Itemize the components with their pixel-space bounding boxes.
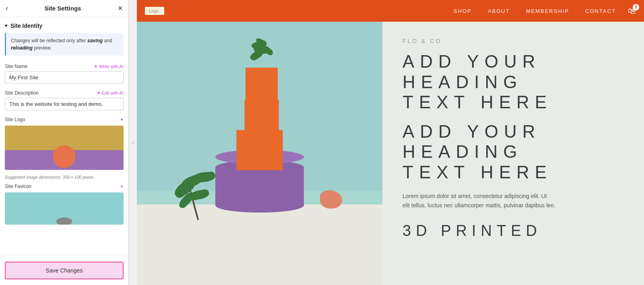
arrow-down-icon: ▾	[5, 23, 7, 29]
site-description-group: Site Description ✦ Edit with AI	[0, 88, 128, 114]
site-logo-label: Site Logo	[5, 117, 25, 122]
info-saving: saving	[87, 38, 103, 43]
nav-logo: Logo.	[145, 7, 164, 15]
sparkle-icon-4: ✦	[120, 184, 124, 189]
info-text-1: Changes will be reflected only after	[11, 38, 87, 43]
scene-branch	[169, 172, 250, 221]
scene-box-middle	[245, 100, 279, 132]
favicon-image	[5, 192, 124, 225]
edit-with-ai-button[interactable]: ✦ Edit with AI	[97, 90, 124, 96]
site-name-input[interactable]	[5, 71, 124, 84]
back-button[interactable]: ‹	[6, 4, 8, 12]
write-ai-label: Write with AI	[99, 64, 124, 69]
site-favicon-label: Site Favicon	[5, 184, 31, 189]
logo-preview[interactable]	[5, 126, 124, 170]
save-changes-button[interactable]: Save Changes	[5, 262, 124, 279]
scene-box-top	[246, 68, 278, 102]
nav-contact[interactable]: CONTACT	[585, 8, 616, 14]
sparkle-icon-3: ✦	[120, 117, 124, 122]
favicon-preview[interactable]	[5, 192, 124, 225]
logo-image	[5, 126, 124, 170]
site-favicon-section: Site Favicon ✦	[0, 180, 128, 227]
scene-plant	[248, 39, 276, 72]
heading2-line2: HEADING	[402, 142, 522, 161]
settings-panel: ‹ Site Settings ✕ ▾ Site Identity Change…	[0, 0, 129, 285]
panel-title: Site Settings	[45, 5, 81, 12]
sparkle-icon-2: ✦	[97, 90, 101, 96]
nav-links: SHOP ABOUT MEMBERSHIP CONTACT	[454, 8, 616, 14]
cart-badge: 0	[633, 4, 639, 10]
plant-leaves	[248, 39, 276, 72]
sparkle-icon: ✦	[94, 64, 98, 69]
scene-pebble	[320, 190, 342, 209]
logo-hint-text: Suggested image dimensions: 350 × 100 pi…	[0, 175, 128, 180]
preview-image-left	[137, 22, 382, 285]
info-box: Changes will be reflected only after sav…	[5, 33, 124, 56]
site-name-label: Site Name	[5, 64, 27, 69]
preview-text-right: FLO & CO ADD YOUR HEADING TEXT HERE ADD …	[382, 22, 644, 285]
nav-about[interactable]: ABOUT	[488, 8, 510, 14]
site-logo-section: Site Logo ✦	[0, 114, 128, 172]
preview-heading-1: ADD YOUR HEADING TEXT HERE	[402, 52, 624, 113]
preview-scene	[137, 22, 382, 285]
collapse-icon: ‹	[132, 140, 134, 145]
preview-navbar: Logo. SHOP ABOUT MEMBERSHIP CONTACT 🛍 0	[137, 0, 644, 22]
heading-line2: HEADING	[402, 72, 522, 92]
logo-ai-icon[interactable]: ✦	[120, 117, 124, 122]
close-button[interactable]: ✕	[118, 4, 123, 12]
info-text-2: and	[103, 38, 112, 43]
heading2-line1: ADD YOUR	[402, 122, 541, 141]
nav-cart[interactable]: 🛍 0	[628, 6, 636, 16]
collapse-handle[interactable]: ‹	[129, 0, 137, 285]
heading-line1: ADD YOUR	[402, 52, 541, 71]
site-description-label: Site Description	[5, 90, 39, 96]
preview-heading-2: ADD YOUR HEADING TEXT HERE	[402, 122, 624, 183]
nav-membership[interactable]: MEMBERSHIP	[526, 8, 569, 14]
panel-header: ‹ Site Settings ✕	[0, 0, 128, 17]
preview-subtitle: FLO & CO	[402, 38, 624, 44]
preview-footer-heading: 3D PRINTED	[402, 222, 624, 240]
write-with-ai-button[interactable]: ✦ Write with AI	[94, 64, 124, 69]
save-btn-container: Save Changes	[0, 256, 128, 285]
favicon-ai-icon[interactable]: ✦	[120, 184, 124, 189]
site-identity-section[interactable]: ▾ Site Identity	[0, 17, 128, 33]
panel-body: ▾ Site Identity Changes will be reflecte…	[0, 17, 128, 285]
site-name-group: Site Name ✦ Write with AI	[0, 61, 128, 88]
heading2-line3: TEXT HERE	[402, 162, 552, 182]
site-description-input[interactable]	[5, 98, 124, 110]
branch-leaf-5	[193, 171, 216, 183]
edit-ai-label: Edit with AI	[102, 91, 124, 95]
scene-box-bottom	[237, 130, 283, 170]
preview-area: Logo. SHOP ABOUT MEMBERSHIP CONTACT 🛍 0	[137, 0, 644, 285]
info-text-3: preview.	[33, 45, 52, 51]
heading-line3: TEXT HERE	[402, 92, 552, 112]
site-identity-label: Site Identity	[10, 23, 42, 29]
preview-body-text: Lorem ipsum dolor sit amet, consectetur …	[402, 192, 555, 210]
nav-shop[interactable]: SHOP	[454, 8, 472, 14]
info-reloading: reloading	[11, 45, 33, 51]
preview-content: FLO & CO ADD YOUR HEADING TEXT HERE ADD …	[137, 22, 644, 285]
